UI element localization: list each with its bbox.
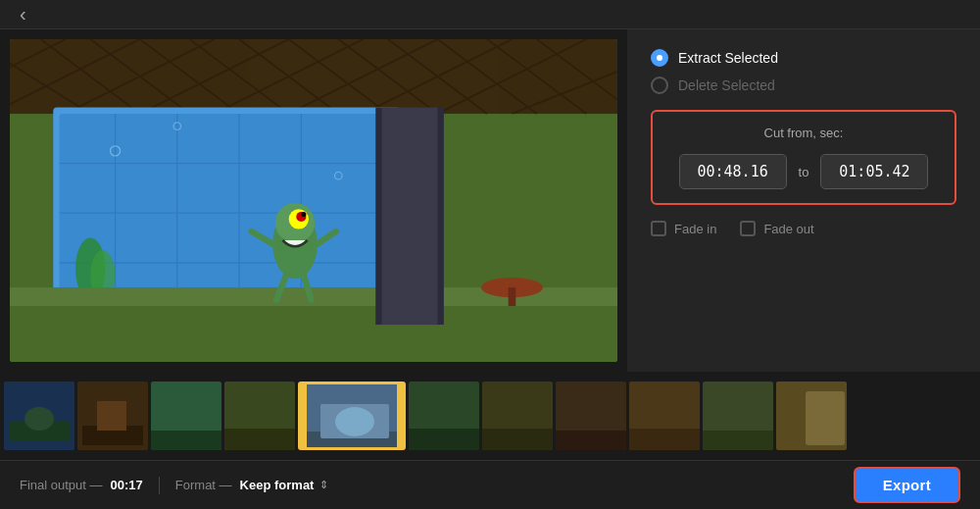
delete-selected-option[interactable]: Delete Selected [651, 76, 956, 94]
to-separator: to [799, 165, 809, 179]
svg-rect-58 [97, 401, 126, 431]
thumbnail-1[interactable] [4, 382, 74, 450]
svg-point-42 [301, 212, 306, 217]
export-button[interactable]: Export [854, 467, 960, 503]
thumbnail-8[interactable] [556, 382, 626, 450]
fade-options: Fade in Fade out [651, 221, 956, 236]
svg-rect-35 [10, 306, 617, 362]
end-time-input[interactable] [820, 154, 928, 189]
fade-out-option[interactable]: Fade out [740, 221, 813, 236]
format-value: Keep format [240, 478, 315, 492]
svg-rect-68 [409, 429, 479, 450]
right-panel: Extract Selected Delete Selected Cut fro… [627, 29, 980, 411]
cut-from-box: Cut from, sec: to [651, 110, 956, 205]
svg-rect-70 [482, 429, 553, 450]
svg-rect-76 [703, 431, 773, 450]
fade-in-option[interactable]: Fade in [651, 221, 716, 236]
thumbnail-11[interactable] [776, 382, 847, 450]
svg-rect-60 [151, 431, 221, 450]
fade-out-label: Fade out [763, 222, 813, 236]
thumbnail-10[interactable] [703, 382, 773, 450]
video-panel: 00:48 / 02:12 [0, 29, 627, 411]
extract-selected-label: Extract Selected [678, 50, 778, 66]
thumbnail-4[interactable] [224, 382, 295, 450]
thumbnail-3[interactable] [151, 382, 221, 450]
video-frame [10, 39, 617, 362]
bottom-bar: Final output — 00:17 Format — Keep forma… [0, 460, 980, 509]
svg-rect-48 [509, 287, 516, 306]
format-selector[interactable]: Keep format ⇕ [240, 478, 329, 492]
svg-rect-1 [10, 39, 617, 114]
format-label: Format — [175, 478, 232, 492]
thumbnail-7[interactable] [482, 382, 553, 450]
thumbnail-2[interactable] [77, 382, 148, 450]
delete-selected-label: Delete Selected [678, 77, 775, 93]
extract-delete-options: Extract Selected Delete Selected [651, 49, 956, 94]
thumbnail-9[interactable] [629, 382, 700, 450]
svg-point-66 [335, 407, 374, 436]
back-button[interactable]: ‹ [12, 0, 34, 29]
chevron-down-icon: ⇕ [319, 479, 328, 491]
extract-selected-option[interactable]: Extract Selected [651, 49, 956, 67]
output-duration: 00:17 [111, 478, 143, 492]
delete-radio[interactable] [651, 76, 668, 94]
timeline-area [0, 372, 980, 460]
main-area: 00:48 / 02:12 Extract Selected Delete Se… [0, 29, 980, 411]
video-scene [10, 39, 617, 362]
top-bar: ‹ [0, 0, 980, 29]
svg-point-55 [24, 407, 54, 431]
svg-rect-78 [806, 391, 845, 445]
svg-rect-74 [629, 429, 700, 450]
fade-in-checkbox[interactable] [651, 221, 666, 236]
final-output-label: Final output — [20, 478, 103, 492]
start-time-input[interactable] [679, 154, 787, 189]
cut-section-label: Cut from, sec: [670, 126, 937, 140]
thumbnail-6[interactable] [409, 382, 479, 450]
extract-radio[interactable] [651, 49, 668, 67]
fade-out-checkbox[interactable] [740, 221, 756, 236]
svg-rect-72 [556, 431, 626, 450]
video-container [10, 39, 617, 362]
svg-rect-62 [224, 429, 295, 450]
time-inputs: to [670, 154, 937, 189]
svg-rect-37 [382, 108, 438, 325]
separator-1 [159, 477, 160, 494]
fade-in-label: Fade in [674, 222, 716, 236]
thumbnail-selected[interactable] [298, 382, 406, 450]
